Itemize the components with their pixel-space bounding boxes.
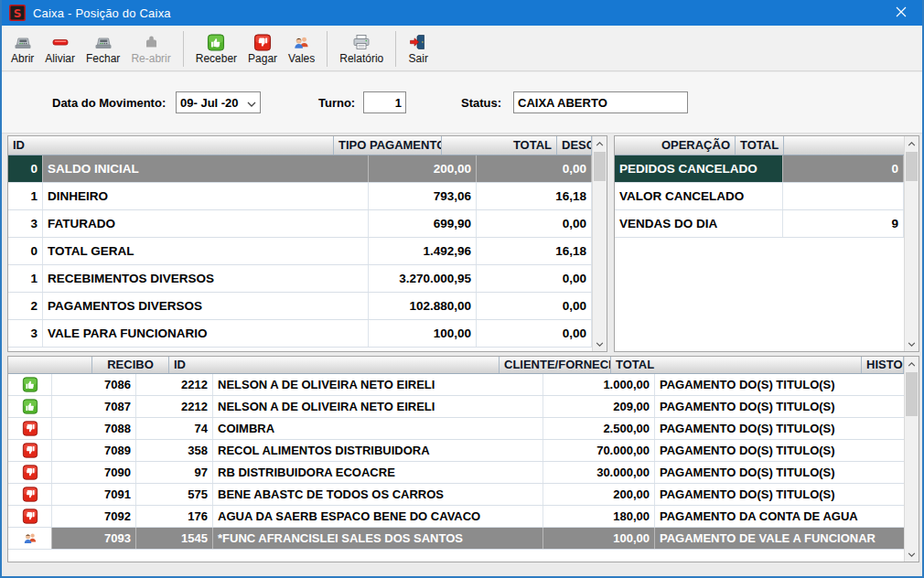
date-label: Data do Movimento: — [52, 92, 166, 114]
column-header: CLIENTE/FORNECEDOR/VENDEDOR — [500, 357, 611, 373]
scroll-up-icon[interactable] — [905, 136, 919, 151]
column-header: TOTAL — [736, 136, 784, 155]
app-logo-icon: S — [9, 5, 26, 21]
cell-total: 30.000,00 — [543, 462, 655, 483]
movement-date-dropdown[interactable]: 09- Jul -20 — [176, 91, 261, 113]
payments-row[interactable]: 0 SALDO INICIAL 200,00 0,00 — [8, 155, 592, 183]
movement-date-value: 09- Jul -20 — [180, 96, 239, 110]
receipts-row[interactable]: 7086 2212 NELSON A DE OLIVEIRA NETO EIRE… — [8, 374, 904, 396]
cash-register-icon — [13, 32, 33, 51]
receipts-row[interactable]: 7087 2212 NELSON A DE OLIVEIRA NETO EIRE… — [8, 396, 904, 418]
column-header: ID — [8, 136, 334, 155]
scroll-up-icon[interactable] — [905, 357, 919, 371]
toolbar-button[interactable]: Sair — [403, 27, 434, 70]
toolbar-button-label: Receber — [196, 52, 237, 65]
toolbar-button[interactable]: Pagar — [242, 27, 283, 70]
receipts-row[interactable]: 7093 1545 *FUNC AFRANCISLEI SALES DOS SA… — [8, 528, 904, 550]
close-icon — [896, 5, 907, 21]
toolbar-button[interactable]: Receber — [190, 27, 242, 70]
payments-row[interactable]: 1 RECEBIMENTOS DIVERSOS 3.270.000,95 0,0… — [8, 265, 592, 293]
cell-id: 3 — [8, 210, 43, 237]
cell-cliente: NELSON A DE OLIVEIRA NETO EIRELI — [213, 374, 543, 395]
red-bar-icon — [50, 32, 70, 51]
toolbar-button-label: Sair — [409, 52, 428, 65]
operations-table-body: PEDIDOS CANCELADO 0 VALOR CANCELADO VEND… — [615, 155, 904, 238]
cell-recibo: 7087 — [52, 396, 136, 417]
toolbar: Abrir Aliviar Fechar Re-abrir Receber — [2, 26, 922, 71]
payments-row[interactable]: 3 VALE PARA FUNCIONARIO 100,00 0,00 — [8, 320, 592, 348]
cell-id: 1545 — [136, 528, 213, 549]
turno-input[interactable] — [364, 92, 405, 112]
form-bar: Data do Movimento: 09- Jul -20 Turno: St… — [2, 72, 922, 134]
operations-table-header: OPERAÇÃOTOTAL — [615, 136, 904, 155]
column-header: OPERAÇÃO — [615, 136, 736, 155]
app-window: S Caixa - Posição do Caixa Abrir Aliviar… — [0, 0, 924, 578]
cell-historico: PAGAMENTO DA CONTA DE AGUA — [655, 506, 906, 527]
toolbar-button-label: Aliviar — [45, 52, 75, 65]
cell-descontos: 16,18 — [477, 238, 592, 264]
cell-cliente: COIMBRA — [213, 418, 543, 439]
cell-recibo: 7089 — [52, 440, 136, 461]
receipts-row[interactable]: 7092 176 AGUA DA SAERB ESPACO BENE DO CA… — [8, 506, 904, 528]
cell-id: 97 — [136, 462, 213, 483]
cell-descontos: 0,00 — [477, 293, 592, 319]
thumbs-down-icon — [8, 418, 52, 439]
column-header: RECIBO — [92, 357, 169, 373]
receipts-row[interactable]: 7089 358 RECOL ALIMENTOS DISTRIBUIDORA 7… — [8, 440, 904, 462]
cell-total: 3.270.000,95 — [369, 265, 477, 292]
column-header — [8, 357, 92, 373]
cell-recibo: 7090 — [52, 462, 136, 483]
window-title: Caixa - Posição do Caixa — [33, 6, 171, 20]
toolbar-button[interactable]: Abrir — [5, 27, 39, 70]
cell-recibo: 7088 — [52, 418, 136, 439]
receipts-table-header: RECIBOIDCLIENTE/FORNECEDOR/VENDEDORTOTAL… — [8, 357, 904, 374]
receipts-row[interactable]: 7091 575 BENE ABASTC DE TODOS OS CARROS … — [8, 484, 904, 506]
payments-scrollbar[interactable] — [592, 136, 607, 351]
cell-recibo: 7086 — [52, 374, 136, 395]
operations-row[interactable]: PEDIDOS CANCELADO 0 — [615, 155, 904, 183]
payments-row[interactable]: 2 PAGAMENTOS DIVERSOS 102.880,00 0,00 — [8, 293, 592, 320]
cell-id: 74 — [136, 418, 213, 439]
toolbar-button[interactable]: Fechar — [81, 27, 125, 70]
thumbs-down-icon — [253, 32, 272, 51]
cell-tipo-pagamento: RECEBIMENTOS DIVERSOS — [43, 265, 369, 292]
receipts-row[interactable]: 7090 97 RB DISTRIBUIDORA ECOACRE 30.000,… — [8, 462, 904, 484]
printer-icon — [351, 32, 371, 51]
payments-row[interactable]: 3 FATURADO 699,90 0,00 — [8, 210, 592, 238]
cell-id: 1 — [8, 183, 43, 209]
status-input[interactable] — [514, 92, 687, 112]
scroll-up-icon[interactable] — [593, 136, 607, 151]
scrollbar-thumb[interactable] — [906, 152, 918, 181]
column-header: HISTORICO — [862, 357, 904, 373]
operations-row[interactable]: VALOR CANCELADO — [615, 183, 904, 210]
cell-cliente: NELSON A DE OLIVEIRA NETO EIRELI — [213, 396, 543, 417]
scroll-down-icon[interactable] — [905, 547, 919, 562]
payments-row[interactable]: 1 DINHEIRO 793,06 16,18 — [8, 183, 592, 210]
cell-tipo-pagamento: TOTAL GERAL — [43, 238, 369, 264]
scrollbar-thumb[interactable] — [594, 152, 606, 181]
payments-row[interactable]: 0 TOTAL GERAL 1.492,96 16,18 — [8, 238, 592, 265]
cell-total: 1.000,00 — [543, 374, 655, 395]
scrollbar-thumb[interactable] — [906, 372, 918, 416]
close-button[interactable] — [880, 0, 922, 26]
cell-descontos: 0,00 — [477, 155, 592, 182]
toolbar-button[interactable]: Vales — [283, 27, 320, 70]
cell-total: 200,00 — [369, 155, 477, 182]
cell-descontos: 16,18 — [477, 183, 592, 209]
thumbs-down-icon — [8, 506, 52, 527]
cell-historico: PAGAMENTO DO(S) TITULO(S) — [655, 484, 906, 505]
toolbar-button[interactable]: Aliviar — [39, 27, 81, 70]
cell-total: 1.492,96 — [369, 238, 477, 264]
cell-total: 100,00 — [543, 528, 655, 549]
receipts-scrollbar[interactable] — [904, 357, 919, 562]
operations-scrollbar[interactable] — [904, 136, 919, 351]
cash-register-icon — [93, 32, 113, 51]
toolbar-button[interactable]: Relatório — [334, 27, 389, 70]
operations-row[interactable]: VENDAS DO DIA 9 — [615, 210, 904, 238]
scroll-down-icon[interactable] — [593, 337, 607, 351]
toolbar-button[interactable]: Re-abrir — [125, 27, 176, 70]
receipts-row[interactable]: 7088 74 COIMBRA 2.500,00 PAGAMENTO DO(S)… — [8, 418, 904, 440]
cell-cliente: RB DISTRIBUIDORA ECOACRE — [213, 462, 543, 483]
cell-total — [783, 183, 904, 209]
scroll-down-icon[interactable] — [905, 337, 919, 351]
